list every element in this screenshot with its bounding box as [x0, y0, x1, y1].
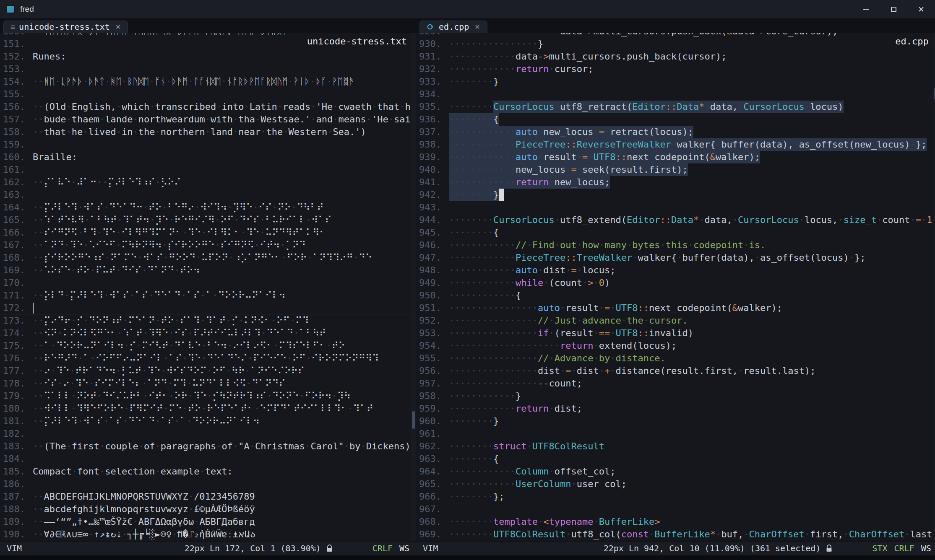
code-line-169[interactable]: 169.··⠡⠕⠎⠑·⠞⠕·⠏⠥⠞·⠙⠊⠎·⠙⠁⠝⠙·⠞⠕⠲ — [0, 264, 416, 277]
code-line-932[interactable]: 932.············return·cursor; — [416, 63, 935, 75]
code-line-962[interactable]: 962.········struct·UTF8ColResult — [416, 440, 935, 453]
code-line-158[interactable]: 158.··that·he·lived·in·the·northern·land… — [0, 126, 416, 138]
tab-close-button[interactable]: ✕ — [474, 23, 480, 31]
code-line-929[interactable]: 929.····················data->multi_curs… — [416, 33, 935, 38]
code-line-173[interactable]: 173.··⡍⠔⠙⠖·⡊·⠙⠕⠝⠰⠞·⠍⠑⠁⠝·⠞⠕·⠎⠁⠹·⠹⠁⠞·⡊·⠅⠝⠪… — [0, 314, 416, 327]
tab-ed-cpp[interactable]: ed.cpp ✕ — [419, 21, 487, 33]
code-line-186[interactable]: 186. — [0, 478, 416, 490]
code-line-966[interactable]: 966.········}; — [416, 490, 935, 503]
right-editor-viewport[interactable]: 929.····················data->multi_curs… — [416, 33, 935, 541]
code-line-187[interactable]: 187.··ABCDEFGHIJKLMNOPQRSTUVWXYZ·/012345… — [0, 490, 416, 503]
code-line-953[interactable]: 953.················if·(result·==·UTF8::… — [416, 327, 935, 340]
code-line-964[interactable]: 964.············Column·offset_col; — [416, 465, 935, 478]
code-line-174[interactable]: 174.··⠪⠝·⠅⠝⠪⠇⠫⠛⠑⠂·⠱⠁⠞·⠹⠻⠑·⠊⠎·⠏⠜⠞⠊⠊⠥⠇⠜⠇⠹·… — [0, 327, 416, 340]
minimize-button[interactable] — [852, 0, 880, 18]
tab-close-button[interactable]: ✕ — [115, 23, 121, 31]
line-content — [33, 88, 416, 101]
code-line-175[interactable]: 175.··⠁·⠙⠕⠕⠗⠤⠝⠁⠊⠇⠲·⡊·⠍⠊⠣⠞·⠙⠁⠧⠑·⠃⠑⠲·⠔⠊⠇⠔⠫… — [0, 340, 416, 352]
code-line-948[interactable]: 948.············auto·dist·=·locus; — [416, 264, 935, 277]
code-line-933[interactable]: 933.········} — [416, 75, 935, 88]
maximize-button[interactable] — [880, 0, 907, 18]
tab-unicode-stress-txt[interactable]: ≡ unicode-stress.txt ✕ — [3, 21, 128, 33]
code-line-956[interactable]: 956.················dist·=·dist·+·distan… — [416, 365, 935, 377]
code-line-160[interactable]: 160.Braille: — [0, 151, 416, 163]
code-line-959[interactable]: 959.············return·dist; — [416, 402, 935, 415]
code-line-965[interactable]: 965.············UserColumn·user_col; — [416, 478, 935, 490]
line-content: ············return·new_locus; — [449, 176, 935, 189]
code-line-182[interactable]: 182. — [0, 428, 416, 440]
code-line-950[interactable]: 950.············{ — [416, 289, 935, 302]
close-button[interactable]: ✕ — [907, 0, 935, 18]
code-line-952[interactable]: 952.················//·Just·advance·the·… — [416, 314, 935, 327]
code-line-152[interactable]: 152.Runes: — [0, 50, 416, 63]
code-line-960[interactable]: 960.········} — [416, 415, 935, 428]
left-scrollbar-thumb[interactable] — [412, 411, 415, 429]
code-line-154[interactable]: 154.··ᚻᛖ·ᚳᚹᚫᚦ·ᚦᚫᛏ·ᚻᛖ·ᛒᚢᛞᛖ·ᚩᚾ·ᚦᚫᛗ·ᛚᚪᚾᛞᛖ·ᚾ… — [0, 75, 416, 88]
code-line-157[interactable]: 157.··bude·thaem·lande·northweardum·with… — [0, 113, 416, 126]
code-line-163[interactable]: 163. — [0, 189, 416, 201]
code-line-179[interactable]: 179.··⠩⠁⠇⠇·⠝⠕⠞·⠙⠊⠌⠥⠗⠃·⠊⠞⠂·⠕⠗·⠹⠑·⡊⠳⠝⠞⠗⠹⠰⠎… — [0, 390, 416, 402]
code-line-937[interactable]: 937.············auto·new_locus·=·retract… — [416, 126, 935, 138]
line-content: ············return·cursor; — [449, 63, 935, 75]
code-line-168[interactable]: 168.··⡎⠊⠗⠕⠕⠛⠑⠰⠎·⠝⠁⠍⠑·⠺⠁⠎·⠛⠕⠕⠙·⠥⠏⠕⠝·⠰⡡⠁⠝⠛… — [0, 251, 416, 264]
code-line-167[interactable]: 167.··⠁⠝⠙·⠹⠑·⠡⠊⠑⠋·⠍⠳⠗⠝⠻⠲·⡎⠊⠗⠕⠕⠛⠑·⠎⠊⠛⠝⠫·⠊… — [0, 239, 416, 251]
code-line-156[interactable]: 156.··(Old·English,·which·transcribed·in… — [0, 101, 416, 113]
code-line-190[interactable]: 190.··∀∂∈ℝ∧∪≡∞·↑↗↨↻⇣·┐┼╔╘░►☺♀·ﬁ�⑀₂ἠḂӥẄɐː… — [0, 528, 416, 541]
right-scrollbar[interactable] — [933, 33, 935, 541]
code-line-954[interactable]: 954.····················return·extend(lo… — [416, 340, 935, 352]
code-line-968[interactable]: 968.········template·<typename·BufferLik… — [416, 516, 935, 528]
left-editor-pane: ≡ unicode-stress.txt ✕ 150.··ᛏᛖᚾᚷᚪᛚᛟ·ᛒᛁ·… — [0, 19, 416, 555]
line-number: 932. — [419, 63, 441, 75]
code-line-153[interactable]: 153. — [0, 63, 416, 75]
code-line-185[interactable]: 185.Compact·font·selection·example·text: — [0, 465, 416, 478]
code-line-178[interactable]: 178.··⠊⠎·⠔·⠹⠑·⠎⠊⠍⠊⠇⠑⠆·⠁⠝⠙·⠍⠹·⠥⠝⠙⠁⠇⠇⠪⠫·⠙⠁… — [0, 377, 416, 390]
code-line-161[interactable]: 161. — [0, 163, 416, 176]
code-line-155[interactable]: 155. — [0, 88, 416, 101]
code-line-936[interactable]: 936.········{ — [416, 113, 935, 126]
code-line-934[interactable]: 934. — [416, 88, 935, 101]
code-line-166[interactable]: 166.··⠎⠊⠛⠝⠫·⠃⠹·⠹⠑·⠊⠇⠻⠛⠹⠍⠁⠝⠂·⠹⠑·⠊⠇⠻⠅⠂·⠹⠑·… — [0, 226, 416, 239]
code-line-963[interactable]: 963.········{ — [416, 453, 935, 465]
code-line-189[interactable]: 189.··–—‘“”„†•…‰™œŠŸž€·ΑΒΓΔΩαβγδω·АБВГДа… — [0, 516, 416, 528]
line-number: 158. — [3, 126, 25, 138]
code-line-165[interactable]: 165.··⠱⠁⠞⠑⠧⠻·⠁⠃⠳⠞·⠹⠁⠞⠲·⡹⠑·⠗⠑⠛⠊⠌⠻·⠕⠋·⠙⠊⠎·… — [0, 214, 416, 226]
code-line-181[interactable]: 181.··⡍⠜⠇⠑⠹·⠺⠁⠎·⠁⠎·⠙⠑⠁⠙·⠁⠎·⠁·⠙⠕⠕⠗⠤⠝⠁⠊⠇⠲ — [0, 415, 416, 428]
left-scrollbar[interactable] — [411, 33, 416, 541]
code-line-184[interactable]: 184. — [0, 453, 416, 465]
code-line-939[interactable]: 939.············auto·result·=·UTF8::next… — [416, 151, 935, 163]
code-line-930[interactable]: 930.················} — [416, 38, 935, 50]
code-line-188[interactable]: 188.··abcdefghijklmnopqrstuvwxyz·£©µÀÆÖÞ… — [0, 503, 416, 516]
code-line-942[interactable]: 942.········} — [416, 189, 935, 201]
code-line-940[interactable]: 940.············new_locus·=·seek(result.… — [416, 163, 935, 176]
left-tab-bar: ≡ unicode-stress.txt ✕ — [0, 19, 416, 33]
code-line-958[interactable]: 958.············} — [416, 390, 935, 402]
code-line-938[interactable]: 938.············PieceTree::ReverseTreeWa… — [416, 138, 935, 151]
code-line-944[interactable]: 944.········CursorLocus·utf8_extend(Edit… — [416, 214, 935, 226]
code-line-935[interactable]: 935.········CursorLocus·utf8_retract(Edi… — [416, 101, 935, 113]
code-line-171[interactable]: 171.··⡕⠇⠙·⡍⠜⠇⠑⠹·⠺⠁⠎·⠁⠎·⠙⠑⠁⠙·⠁⠎·⠁·⠙⠕⠕⠗⠤⠝⠁… — [0, 289, 416, 302]
code-line-159[interactable]: 159. — [0, 138, 416, 151]
code-line-951[interactable]: 951.················auto·result·=·UTF8::… — [416, 302, 935, 314]
code-line-957[interactable]: 957.················--count; — [416, 377, 935, 390]
code-line-943[interactable]: 943. — [416, 201, 935, 214]
code-line-969[interactable]: 969.········UTF8ColResult·utf8_col(const… — [416, 528, 935, 541]
code-line-183[interactable]: 183.··(The·first·couple·of·paragraphs·of… — [0, 440, 416, 453]
code-line-931[interactable]: 931.············data->multi_cursors.push… — [416, 50, 935, 63]
code-line-947[interactable]: 947.············PieceTree::TreeWalker·wa… — [416, 251, 935, 264]
code-line-176[interactable]: 176.··⠗⠑⠛⠜⠙·⠁·⠊⠕⠋⠋⠔⠤⠝⠁⠊⠇·⠁⠎·⠹⠑·⠙⠑⠁⠙⠑⠌·⠏⠊… — [0, 352, 416, 365]
code-line-164[interactable]: 164.··⡍⠜⠇⠑⠹·⠺⠁⠎·⠙⠑⠁⠙⠒·⠞⠕·⠃⠑⠛⠔·⠺⠊⠹⠲·⡹⠻⠑·⠊… — [0, 201, 416, 214]
code-line-170[interactable]: 170. — [0, 277, 416, 289]
code-line-177[interactable]: 177.··⠔·⠹⠑·⠞⠗⠁⠙⠑⠲·⡃⠥⠞·⠹⠑·⠺⠊⠎⠙⠕⠍·⠕⠋·⠳⠗·⠁⠝… — [0, 365, 416, 377]
code-line-949[interactable]: 949.············while·(count·>·0) — [416, 277, 935, 289]
code-line-162[interactable]: 162.··⡌⠁⠧⠑·⠼⠁⠒··⡍⠜⠇⠑⠹⠰⠎·⡣⠕⠌ — [0, 176, 416, 189]
code-line-961[interactable]: 961. — [416, 428, 935, 440]
code-line-967[interactable]: 967. — [416, 503, 935, 516]
code-line-945[interactable]: 945.········{ — [416, 226, 935, 239]
code-line-955[interactable]: 955.················//·Advance·by·distan… — [416, 352, 935, 365]
code-line-946[interactable]: 946.············//·Find·out·how·many·byt… — [416, 239, 935, 251]
code-line-172[interactable]: 172. — [0, 302, 416, 314]
code-line-180[interactable]: 180.··⠺⠊⠇⠇·⠹⠻⠑⠋⠕⠗⠑·⠏⠻⠍⠊⠞·⠍⠑·⠞⠕·⠗⠑⠏⠑⠁⠞⠂·⠑… — [0, 402, 416, 415]
code-line-941[interactable]: 941.············return·new_locus; — [416, 176, 935, 189]
left-editor-viewport[interactable]: 150.··ᛏᛖᚾᚷᚪᛚᛟ·ᛒᛁ·ᛏᛖᚠᚢ·ᛏᛖᛗᛖᛚᛋᛟ·ᛒᚪᚠᚢ·ᚹᛖᛞᚪᛇ… — [0, 33, 416, 541]
line-number: 941. — [419, 176, 441, 189]
